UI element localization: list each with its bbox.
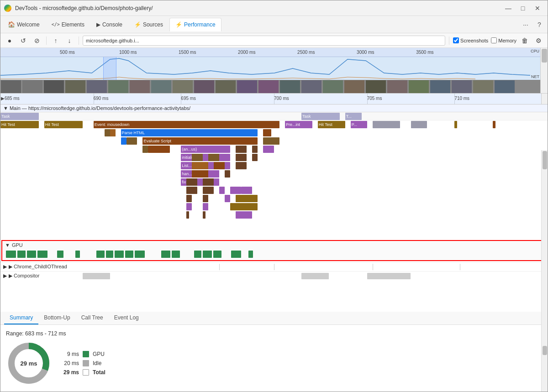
- flame-block-small1[interactable]: [454, 121, 457, 128]
- ruler-1500ms: 1500 ms: [179, 50, 196, 55]
- flame-small-25[interactable]: [203, 187, 214, 194]
- summary-row-total: 29 ms Total: [61, 369, 105, 376]
- flame-small-18[interactable]: [214, 162, 225, 169]
- flame-small-15[interactable]: [208, 154, 219, 161]
- reload-button[interactable]: ↺: [18, 35, 29, 46]
- flame-small-29[interactable]: [186, 195, 192, 202]
- bottom-scrollbar-thumb[interactable]: [543, 346, 547, 355]
- tab-call-tree[interactable]: Call Tree: [76, 312, 109, 324]
- minimize-button[interactable]: —: [502, 4, 515, 13]
- overview-scrollbar[interactable]: [540, 48, 548, 93]
- flame-hit-test-2[interactable]: Hit Test: [44, 121, 83, 128]
- flame-small-9[interactable]: [263, 146, 274, 153]
- cpu-chart: [0, 57, 540, 80]
- detail-content[interactable]: ▼ Main — https://microsoftedge.github.io…: [0, 105, 548, 312]
- flame-small-10[interactable]: [148, 146, 170, 153]
- donut-total: 29 ms: [21, 360, 37, 367]
- flame-anon-us[interactable]: (an...us): [181, 146, 230, 153]
- tab-console[interactable]: ▶ Console: [91, 18, 128, 31]
- task-block-task2[interactable]: Task: [301, 113, 340, 120]
- detail-scrollbar-thumb[interactable]: [543, 151, 547, 169]
- gpu-header: ▼ GPU: [2, 241, 546, 249]
- more-tabs-button[interactable]: ···: [519, 18, 532, 31]
- close-button[interactable]: ✕: [531, 4, 544, 13]
- flame-small-14[interactable]: [192, 154, 203, 161]
- detail-scrollbar[interactable]: [541, 150, 548, 342]
- gpu-block: [248, 251, 253, 258]
- main-content: 500 ms 1000 ms 1500 ms 2000 ms 2500 ms 3…: [0, 48, 548, 392]
- flame-small-11[interactable]: [142, 146, 148, 153]
- screenshot-thumb: [108, 80, 128, 93]
- flame-small-1[interactable]: [263, 129, 271, 136]
- flame-block-small2[interactable]: [493, 121, 495, 128]
- maximize-button[interactable]: □: [516, 4, 529, 13]
- flame-s1[interactable]: [186, 203, 192, 210]
- overview-timeline[interactable]: 500 ms 1000 ms 1500 ms 2000 ms 2500 ms 3…: [0, 48, 548, 94]
- flame-small-16[interactable]: [236, 162, 247, 169]
- flame-small-32[interactable]: [225, 195, 230, 202]
- help-button[interactable]: ?: [533, 18, 546, 31]
- url-input[interactable]: [83, 36, 445, 46]
- memory-checkbox[interactable]: [491, 37, 497, 43]
- gpu-expand-icon[interactable]: ▼: [5, 242, 10, 248]
- screenshots-label: Screenshots: [460, 38, 488, 43]
- flame-small-6[interactable]: [126, 137, 137, 145]
- tab-elements[interactable]: </> Elements: [46, 18, 90, 31]
- flame-s6[interactable]: [236, 211, 252, 219]
- chrome-expand-icon[interactable]: ▶: [3, 264, 7, 270]
- download-button[interactable]: ↓: [64, 35, 75, 46]
- compositor-expand-icon[interactable]: ▶: [3, 273, 7, 279]
- timeline-selection[interactable]: [103, 57, 117, 80]
- tab-performance[interactable]: ⚡ Performance: [169, 18, 221, 31]
- tab-welcome[interactable]: 🏠 Welcome: [2, 18, 45, 31]
- record-button[interactable]: ●: [4, 35, 15, 46]
- flame-small-23[interactable]: [203, 178, 214, 186]
- clear-button[interactable]: ⊘: [32, 35, 42, 46]
- flame-event-mousedown[interactable]: Event: mousedown: [94, 121, 279, 128]
- flame-hit-test-1[interactable]: Hit Test: [0, 121, 39, 128]
- flame-s2[interactable]: [203, 203, 208, 210]
- flame-small-27[interactable]: [230, 187, 241, 194]
- flame-small-22[interactable]: [186, 178, 197, 186]
- flame-small-31[interactable]: [236, 195, 258, 202]
- screenshots-checkbox[interactable]: [453, 37, 459, 43]
- bottom-scrollbar[interactable]: [541, 319, 548, 392]
- tab-event-log[interactable]: Event Log: [109, 312, 144, 324]
- tab-sources[interactable]: ⚡ Sources: [129, 18, 169, 31]
- flame-small-26[interactable]: [219, 187, 225, 194]
- flame-block-right1[interactable]: [373, 121, 400, 128]
- flame-small-8[interactable]: [252, 146, 258, 153]
- flame-hit-test-3[interactable]: Hit Test: [318, 121, 345, 128]
- flame-pre-int[interactable]: Pre...int: [285, 121, 312, 128]
- flame-small-30[interactable]: [203, 195, 208, 202]
- tab-summary[interactable]: Summary: [4, 312, 38, 324]
- flame-s5[interactable]: [203, 211, 206, 219]
- flame-small-24[interactable]: [186, 187, 197, 194]
- delete-button[interactable]: 🗑: [519, 35, 530, 46]
- total-color-box: [83, 369, 89, 376]
- flame-small-3[interactable]: [110, 129, 116, 136]
- flame-small-12[interactable]: [236, 154, 247, 161]
- flame-small-7[interactable]: [236, 146, 247, 153]
- flame-evaluate-script[interactable]: Evaluate Script: [142, 137, 258, 145]
- flame-small-17[interactable]: [192, 162, 208, 169]
- scrollbar-thumb[interactable]: [542, 49, 547, 63]
- flame-small-5[interactable]: [121, 137, 126, 145]
- flame-small-19[interactable]: [225, 170, 230, 178]
- flame-small-21[interactable]: [208, 170, 219, 178]
- flame-s3[interactable]: [230, 203, 258, 210]
- flame-parse-html[interactable]: Parse HTML: [121, 129, 258, 136]
- flame-small-28[interactable]: [241, 187, 252, 194]
- task-block-task1[interactable]: Task: [0, 113, 39, 120]
- tab-bottom-up[interactable]: Bottom-Up: [38, 312, 75, 324]
- flame-small-4[interactable]: [263, 137, 279, 145]
- flame-block-right2[interactable]: [411, 121, 427, 128]
- flame-small-13[interactable]: [252, 154, 258, 161]
- flame-s4[interactable]: [186, 211, 189, 219]
- flame-p[interactable]: P...: [351, 121, 367, 128]
- upload-button[interactable]: ↑: [50, 35, 61, 46]
- flame-initialize[interactable]: initialize: [181, 154, 230, 161]
- settings-button[interactable]: ⚙: [533, 35, 544, 46]
- task-block-t1[interactable]: T...: [345, 113, 362, 120]
- ruler-1000ms: 1000 ms: [119, 50, 137, 55]
